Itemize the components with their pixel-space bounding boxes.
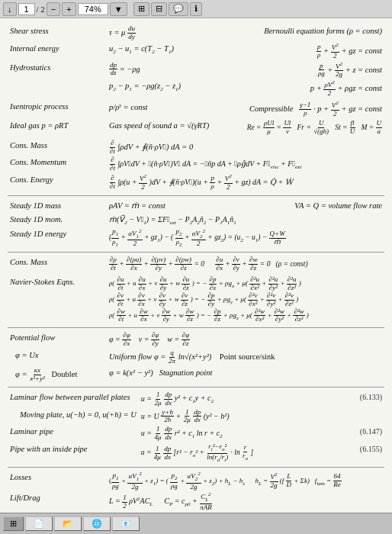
hydrostatics-row1: Hydrostatics dpdz = −ρg pρg + V22g + z =… [8, 61, 384, 80]
ideal-gas-eq: Gas speed of sound a = √(γRT) [107, 119, 226, 137]
comment-button[interactable]: 💬 [169, 2, 188, 16]
uniform-flow-def: φ = Ux [8, 349, 107, 366]
steady-mass-eq: ρAV = ṁ = const [107, 199, 217, 213]
shear-stress-label: Shear stress [8, 24, 107, 42]
divider2 [8, 252, 384, 253]
steady-mass-row: Steady 1D mass ρAV = ṁ = const VA = Q = … [8, 199, 384, 213]
cons-momentum-eq: ∂∂t ∫ρV⃗dV + ∮(ñ·ρV⃗)V⃗ dA = −∮ñp dA + ∮… [107, 156, 384, 173]
moving-plate-eq: u = U y+h2h + 12μ dpdx (y² − h²) [139, 408, 384, 426]
info-button[interactable]: ℹ [190, 2, 202, 16]
hydrostatics-eq2: p2 − p1 = −ρg(z2 − z1) [107, 79, 226, 98]
bernoulli-header: Bernoulli equation forms (ρ = const) [226, 24, 384, 42]
shear-stress-eq: τ = μ dudy [107, 24, 226, 42]
laminar-pipe-row: Laminar pipe u = 14μ dpdx r² + c1 ln r +… [8, 425, 384, 442]
potential-flow-label: Potential flow [8, 331, 107, 349]
laminar-parallel-eq: u = 12μ dpdx y² + c1y + c2 (6.133) [139, 391, 384, 408]
losses-eq: (p1ρg + αV122g + z1) = ( p2ρg + αV222g +… [107, 471, 384, 491]
nse-label-row: Navier-Stokes Eqns. ρ( ∂u∂t + u ∂u∂x + v… [8, 273, 384, 324]
dimensionless-numbers: Re = ρUlμ = Ulν Fr = U√(gh) St = flU M =… [226, 119, 384, 137]
moving-plate-label: Moving plate, u(−h) = 0, u(+h) = U [8, 408, 139, 426]
divider1 [8, 195, 384, 196]
eq-6155: (6.155) [360, 443, 382, 455]
basic-equations-table: Shear stress τ = μ dudy Bernoulli equati… [8, 24, 384, 137]
divider5 [8, 467, 384, 468]
hydrostatics-eq1: dpdz = −ρg [107, 61, 226, 80]
back-button[interactable]: ↓ [3, 2, 17, 16]
laminar-pipe-label: Laminar pipe [8, 425, 139, 442]
toolbar: ↓ / 2 − + ▼ ⊞ ⊟ 💬 ℹ [0, 0, 392, 18]
nse-z: ρ( ∂w∂t + u ∂w∂x + v ∂w∂y + w ∂w∂z ) = −… [109, 308, 382, 324]
zoom-plus-button[interactable]: + [62, 2, 76, 16]
steady-energy-eq: (p1ρ1 + αV122 + gz1) − ( p2ρ2 + αV222 + … [107, 227, 384, 249]
isentropic-label: Isentropic process [8, 100, 107, 119]
steady-mass-right: VA = Q = volume flow rate [217, 199, 384, 213]
moving-plate-row: Moving plate, u(−h) = 0, u(+h) = U u = U… [8, 408, 384, 426]
cons-mass-diff-eq: ∂ρ∂t + ∂(ρu)∂x + ∂(ρv)∂y + ∂(ρw)∂z = 0 ∂… [107, 256, 384, 273]
inside-pipe-eq: u = 14μ dpdx [r² − ro² + ri²−ro²ln(ro/ri… [139, 442, 384, 464]
divider3 [8, 327, 384, 328]
steady-1d-table: Steady 1D mass ρAV = ṁ = const VA = Q = … [8, 199, 384, 249]
formula-sheet: Shear stress τ = μ dudy Bernoulli equati… [0, 18, 392, 534]
potential-flow-header-row: Potential flow φ = ∂φ∂x v = ∂φ∂y w = ∂φ∂… [8, 331, 384, 349]
potential-flow-table: Potential flow φ = ∂φ∂x v = ∂φ∂y w = ∂φ∂… [8, 331, 384, 383]
laminar-parallel-row: Laminar flow between parallel plates u =… [8, 391, 384, 408]
lift-drag-eq: L = 12 ρV2ACL CP = cp0 + CL2πAR [107, 491, 384, 512]
lift-drag-row: Lift/Drag L = 12 ρV2ACL CP = cp0 + CL2πA… [8, 491, 384, 512]
steady-energy-row: Steady 1D energy (p1ρ1 + αV122 + gz1) − … [8, 227, 384, 249]
page-current-input[interactable] [18, 3, 35, 15]
steady-energy-label: Steady 1D energy [8, 227, 107, 249]
cons-mass-label: Cons. Mass [8, 139, 107, 156]
hydrostatics-label: Hydrostatics [8, 61, 107, 101]
doublet-row: φ = κxx²+y² Doublet φ = k(x² − y²) Stagn… [8, 366, 384, 384]
cons-energy-row: Cons. Energy ∂∂t ∫ρ(u + V22 )dV + ∮(ñ·ρV… [8, 173, 384, 192]
nse-eq-block: ρ( ∂u∂t + u ∂u∂x + v ∂u∂y + w ∂u∂z ) = −… [107, 273, 384, 324]
differential-table: Cons. Mass ∂ρ∂t + ∂(ρu)∂x + ∂(ρv)∂y + ∂(… [8, 256, 384, 324]
zoom-input[interactable] [78, 3, 108, 15]
steady-mom-eq: ṁ(V⃗2 − V⃗1) = ΣF⃗ext − P2A2ñ2 − P1A1ñ1 [107, 213, 384, 228]
view-button1[interactable]: ⊞ [133, 2, 149, 16]
cons-energy-label: Cons. Energy [8, 173, 107, 192]
cons-energy-eq: ∂∂t ∫ρ(u + V22 )dV + ∮(ñ·ρV⃗)(u + pρ + V… [107, 173, 384, 192]
laminar-pipe-eq: u = 14μ dpdx r² + c1 ln r + c2 (6.147) [139, 425, 384, 442]
stagnation-eq: φ = k(x² − y²) Stagnation point [107, 366, 384, 384]
potential-flow-defs: φ = ∂φ∂x v = ∂φ∂y w = ∂φ∂z [107, 331, 384, 349]
taskbar-btn1[interactable]: ⊞ [3, 516, 24, 531]
doublet-label: φ = κxx²+y² Doublet [8, 366, 107, 384]
internal-energy-eq: u2 − u1 = c(T2 − T1) [107, 42, 226, 61]
internal-energy-row: Internal energy u2 − u1 = c(T2 − T1) pρ … [8, 42, 384, 61]
inside-pipe-row: Pipe with an inside pipe u = 14μ dpdx [r… [8, 442, 384, 464]
inside-pipe-label: Pipe with an inside pipe [8, 442, 139, 464]
internal-energy-label: Internal energy [8, 42, 107, 61]
compressible-label: Compressible γ−1ρ · p + V22 + gz = const [226, 100, 384, 119]
steady-mom-row: Steady 1D mom. ṁ(V⃗2 − V⃗1) = ΣF⃗ext − P… [8, 213, 384, 228]
eq-6147: (6.147) [360, 426, 382, 437]
nse-y: ρ( ∂v∂t + u ∂v∂x + v ∂v∂y + w ∂v∂z ) = −… [109, 292, 382, 308]
page-separator: / 2 [37, 5, 45, 14]
taskbar-btn5[interactable]: 📧 [112, 516, 140, 531]
losses-row: Losses (p1ρg + αV122g + z1) = ( p2ρg + α… [8, 471, 384, 491]
divider4 [8, 387, 384, 388]
conservation-table: Cons. Mass ∂∂t ∫ρdV + ∮(ñ·ρV⃗) dA = 0 Co… [8, 139, 384, 192]
zoom-minus-button[interactable]: − [47, 2, 60, 16]
laminar-flow-table: Laminar flow between parallel plates u =… [8, 391, 384, 464]
uniform-flow-row: φ = Ux Uniform flow φ = q2π ln√(x²+y²) P… [8, 349, 384, 366]
nse-x: ρ( ∂u∂t + u ∂u∂x + v ∂u∂y + w ∂u∂z ) = −… [109, 276, 382, 292]
bernoulli-eq2: pρg + V22g + z = const [226, 61, 384, 80]
lift-drag-label: Lift/Drag [8, 491, 107, 512]
uniform-flow-eq: Uniform flow φ = q2π ln√(x²+y²) Point so… [107, 349, 384, 366]
ideal-gas-label: Ideal gas p = ρRT [8, 119, 107, 137]
bernoulli-eq1: pρ + V22 + gz = const [226, 42, 384, 61]
isentropic-row: Isentropic process p/ργ = const Compress… [8, 100, 384, 119]
view-button2[interactable]: ⊟ [151, 2, 167, 16]
zoom-dropdown-button[interactable]: ▼ [110, 2, 127, 16]
cons-momentum-row: Cons. Momentum ∂∂t ∫ρV⃗dV + ∮(ñ·ρV⃗)V⃗ d… [8, 156, 384, 173]
taskbar-btn3[interactable]: 📂 [54, 516, 82, 531]
bernoulli-eq3: p + ρV22 + ρgz = const [226, 79, 384, 98]
cons-mass-row: Cons. Mass ∂∂t ∫ρdV + ∮(ñ·ρV⃗) dA = 0 [8, 139, 384, 156]
cons-mass-diff-label: Cons. Mass [8, 256, 107, 273]
taskbar-btn4[interactable]: 🌐 [83, 516, 111, 531]
taskbar: ⊞ 📄 📂 🌐 📧 [0, 513, 392, 534]
laminar-parallel-label: Laminar flow between parallel plates [8, 391, 139, 408]
isentropic-eq: p/ργ = const [107, 100, 226, 119]
taskbar-btn2[interactable]: 📄 [25, 516, 53, 531]
